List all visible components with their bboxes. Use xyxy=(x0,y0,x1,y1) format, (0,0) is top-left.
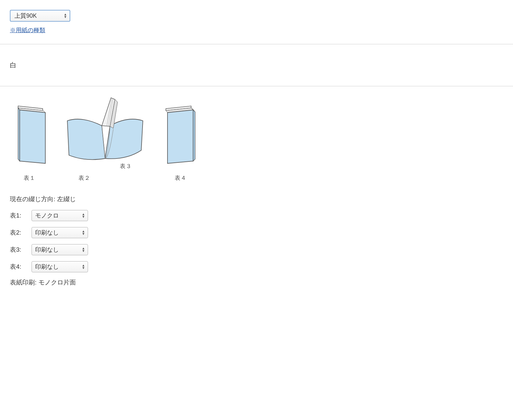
diagram-label-4: 表４ xyxy=(175,174,187,182)
diagram-label-3: 表３ xyxy=(120,162,132,182)
book-back-icon xyxy=(161,103,200,168)
face-select-wrap-2: 印刷なし ▲▼ xyxy=(32,227,88,238)
face-row-2: 表2: 印刷なし ▲▼ xyxy=(10,227,503,238)
paper-color-section: 白 xyxy=(0,44,513,86)
svg-marker-11 xyxy=(193,110,195,161)
svg-marker-3 xyxy=(18,108,20,161)
face-row-1: 表1: モノクロ ▲▼ xyxy=(10,210,503,221)
face-row-3: 表3: 印刷なし ▲▼ xyxy=(10,244,503,255)
book-front-icon xyxy=(10,103,49,168)
face-label-2: 表2: xyxy=(10,228,27,237)
diagram-item-omote4: 表４ xyxy=(161,103,200,182)
summary-value: モノクロ片面 xyxy=(38,279,76,286)
binding-direction-value: 左綴じ xyxy=(57,196,76,202)
svg-marker-2 xyxy=(20,110,45,163)
paper-type-section: 上質90K ▲▼ ※用紙の種類 xyxy=(0,0,513,44)
diagram-label-1: 表１ xyxy=(24,174,35,182)
diagram-label-2: 表２ xyxy=(78,174,90,182)
face-select-3[interactable]: 印刷なし xyxy=(32,244,88,255)
face-select-wrap-1: モノクロ ▲▼ xyxy=(32,210,88,221)
paper-type-select[interactable]: 上質90K xyxy=(11,10,70,21)
diagram-item-omote1: 表１ xyxy=(10,103,49,182)
cover-diagram-row: 表１ 表２ 表３ xyxy=(0,86,513,182)
face-label-1: 表1: xyxy=(10,211,27,220)
book-open-icon xyxy=(62,96,148,165)
paper-type-select-wrap: 上質90K ▲▼ xyxy=(10,10,70,22)
diagram-item-open: 表２ 表３ xyxy=(62,96,148,182)
face-label-3: 表3: xyxy=(10,245,27,254)
paper-color-value: 白 xyxy=(10,61,503,70)
binding-direction-text: 現在の綴じ方向: 左綴じ xyxy=(0,195,513,203)
face-label-4: 表4: xyxy=(10,262,27,271)
face-select-wrap-3: 印刷なし ▲▼ xyxy=(32,244,88,255)
binding-prefix: 現在の綴じ方向: xyxy=(10,196,57,202)
summary-prefix: 表紙印刷: xyxy=(10,279,38,286)
face-select-wrap-4: 印刷なし ▲▼ xyxy=(32,261,88,272)
face-row-4: 表4: 印刷なし ▲▼ xyxy=(10,261,503,272)
paper-type-link[interactable]: ※用紙の種類 xyxy=(10,26,45,34)
face-select-1[interactable]: モノクロ xyxy=(32,210,88,221)
face-select-2[interactable]: 印刷なし xyxy=(32,227,88,238)
cover-face-rows: 表1: モノクロ ▲▼ 表2: 印刷なし ▲▼ 表3: 印刷なし ▲▼ 表4: xyxy=(0,210,513,272)
cover-print-summary: 表紙印刷: モノクロ片面 xyxy=(0,278,513,287)
face-select-4[interactable]: 印刷なし xyxy=(32,262,88,272)
svg-marker-10 xyxy=(167,110,193,163)
